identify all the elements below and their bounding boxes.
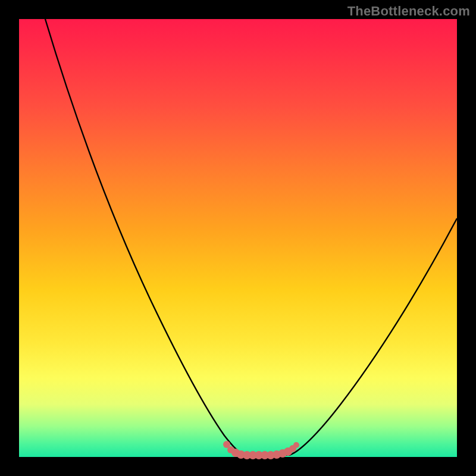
curve-left	[45, 19, 245, 455]
optimal-range-markers	[223, 441, 299, 459]
chart-frame: TheBottleneck.com	[0, 0, 476, 476]
svg-point-13	[293, 442, 299, 448]
brand-watermark: TheBottleneck.com	[347, 4, 470, 19]
curve-right	[289, 218, 457, 455]
curves-layer	[19, 19, 457, 457]
